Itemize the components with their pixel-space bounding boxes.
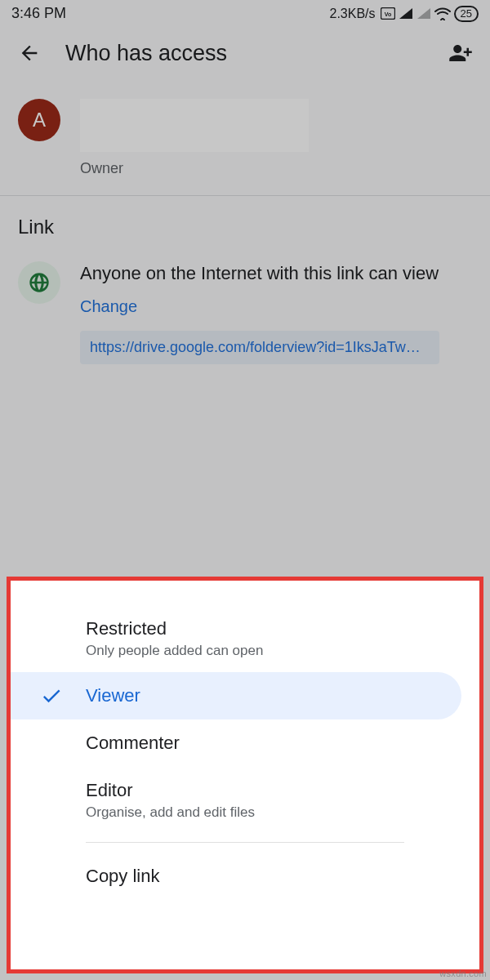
copy-link-option[interactable]: Copy link — [11, 843, 479, 903]
volte-icon: Vo — [381, 7, 395, 20]
access-options-sheet: Restricted Only people added can open Vi… — [7, 577, 483, 973]
svg-text:Vo: Vo — [384, 11, 390, 17]
link-access-description: Anyone on the Internet with this link ca… — [80, 261, 472, 286]
share-url-chip[interactable]: https://drive.google.com/folderview?id=1… — [80, 331, 439, 364]
option-title: Editor — [86, 780, 457, 801]
option-title: Commenter — [86, 733, 457, 754]
page-title: Who has access — [65, 41, 425, 66]
owner-role-label: Owner — [80, 160, 309, 177]
option-title: Restricted — [86, 618, 457, 639]
status-network-speed: 2.3KB/s — [330, 7, 376, 21]
check-icon — [40, 684, 63, 707]
wifi-icon — [434, 7, 451, 20]
battery-icon: 25 — [454, 6, 479, 22]
redacted-name-block — [80, 99, 309, 152]
owner-row: A Owner — [0, 84, 490, 192]
option-editor[interactable]: Editor Organise, add and edit files — [11, 767, 479, 834]
person-add-icon — [448, 41, 473, 65]
status-time: 3:46 PM — [11, 5, 66, 22]
option-subtitle: Only people added can open — [86, 643, 457, 659]
option-title: Viewer — [86, 685, 439, 706]
option-subtitle: Organise, add and edit files — [86, 804, 457, 821]
copy-link-label: Copy link — [86, 866, 457, 887]
status-bar: 3:46 PM 2.3KB/s Vo 25 — [0, 0, 490, 25]
svg-rect-0 — [381, 8, 394, 20]
app-bar: Who has access — [0, 25, 490, 84]
change-access-link[interactable]: Change — [80, 297, 137, 316]
link-heading: Link — [18, 216, 472, 238]
globe-icon-wrap — [18, 261, 60, 304]
globe-icon — [28, 271, 51, 294]
link-section: Link Anyone on the Internet with this li… — [0, 196, 490, 364]
add-person-button[interactable] — [448, 40, 474, 66]
watermark: wsxdn.com — [439, 969, 487, 978]
option-commenter[interactable]: Commenter — [11, 719, 479, 767]
status-icons-group: Vo 25 — [381, 6, 479, 22]
option-restricted[interactable]: Restricted Only people added can open — [11, 605, 479, 672]
arrow-left-icon — [18, 42, 41, 65]
option-viewer[interactable]: Viewer — [11, 672, 461, 719]
signal-secondary-icon — [416, 7, 431, 20]
back-button[interactable] — [16, 40, 42, 66]
signal-icon — [399, 7, 413, 20]
avatar: A — [18, 99, 60, 141]
section-divider — [0, 195, 490, 196]
